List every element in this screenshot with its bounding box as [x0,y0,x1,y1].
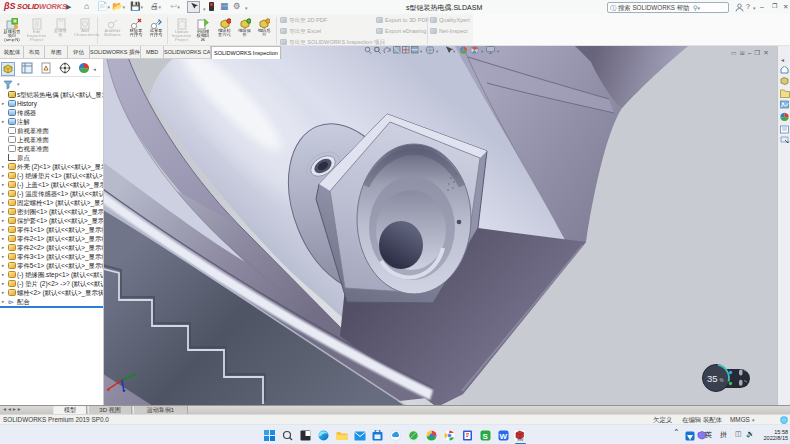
svg-text:35: 35 [707,373,718,384]
svg-text:S: S [483,432,489,441]
svg-text:SW: SW [517,437,524,442]
svg-text:W: W [500,432,508,441]
svg-text:%: % [720,378,724,383]
